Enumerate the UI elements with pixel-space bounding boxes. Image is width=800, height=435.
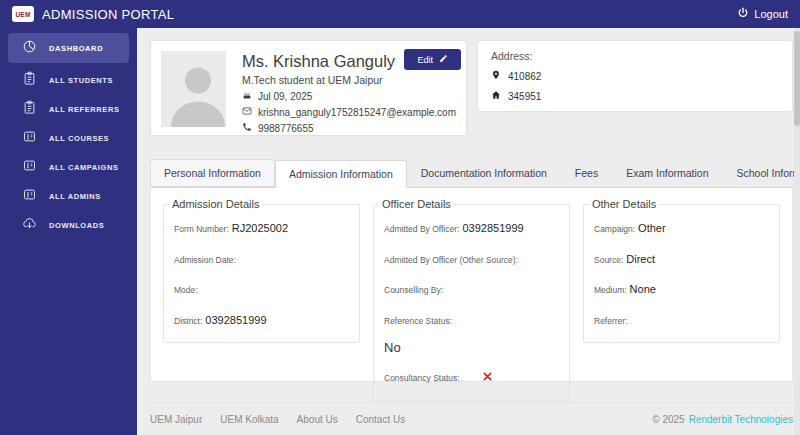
sidebar-item-all-campaigns[interactable]: ALL CAMPAIGNS <box>8 153 129 182</box>
vertical-scrollbar[interactable] <box>794 28 800 435</box>
main-content: Ms. Krishna Ganguly ♀ M.Tech student at … <box>137 28 800 435</box>
detail-row: Medium:None <box>594 279 769 297</box>
app-title: ADMISSION PORTAL <box>42 7 174 22</box>
scrollbar-thumb[interactable] <box>794 31 800 126</box>
dob-line: Jul 09, 2025 <box>242 90 456 102</box>
sidebar: DASHBOARD ALL STUDENTS ALL REFERRERS ALL… <box>0 28 137 435</box>
sidebar-item-label: ALL STUDENTS <box>49 76 113 85</box>
footer: UEM Jaipur UEM Kolkata About Us Contact … <box>150 402 793 435</box>
admission-information-panel: Admission Details Form Number:RJ2025002 … <box>150 188 793 382</box>
clipboard-icon <box>22 100 37 119</box>
footer-link-about-us[interactable]: About Us <box>297 414 338 425</box>
box-title: Admission Details <box>169 198 262 210</box>
tab-documentation-information[interactable]: Documentation Information <box>407 159 561 187</box>
location-pin-icon <box>491 70 501 82</box>
pie-chart-icon <box>22 39 37 58</box>
sidebar-item-label: DASHBOARD <box>49 44 103 53</box>
footer-link-renderbit[interactable]: Renderbit Technologies <box>689 414 793 425</box>
sidebar-item-label: ALL REFERRERS <box>49 105 120 114</box>
box-title: Officer Details <box>379 198 454 210</box>
sidebar-item-all-admins[interactable]: ALL ADMINS <box>8 182 129 211</box>
other-details-box: Other Details Campaign:Other Source:Dire… <box>583 204 780 343</box>
sidebar-item-all-students[interactable]: ALL STUDENTS <box>8 66 129 95</box>
email-value: krishna_ganguly1752815247@example.com <box>258 107 456 118</box>
id-card-icon <box>22 158 37 177</box>
footer-link-uem-jaipur[interactable]: UEM Jaipur <box>150 414 202 425</box>
copyright-text: © 2025 <box>652 414 684 425</box>
phone-value: 9988776655 <box>258 123 314 134</box>
address-title: Address: <box>491 50 779 62</box>
phone-line: 9988776655 <box>242 122 456 134</box>
tab-admission-information[interactable]: Admission Information <box>275 160 407 188</box>
admission-details-box: Admission Details Form Number:RJ2025002 … <box>163 204 360 343</box>
address-card: Address: 410862 345951 <box>477 40 793 112</box>
address-pin-line: 410862 <box>491 70 779 82</box>
clipboard-icon <box>22 71 37 90</box>
address-home-value: 345951 <box>508 91 541 102</box>
cake-icon <box>242 90 252 102</box>
sidebar-item-label: DOWNLOADS <box>49 221 104 230</box>
sidebar-item-all-courses[interactable]: ALL COURSES <box>8 124 129 153</box>
footer-link-contact-us[interactable]: Contact Us <box>356 414 405 425</box>
power-icon <box>737 5 749 23</box>
address-home-line: 345951 <box>491 90 779 102</box>
detail-row: Source:Direct <box>594 249 769 267</box>
sidebar-item-label: ALL CAMPAIGNS <box>49 163 119 172</box>
detail-row: Referrer: <box>594 310 769 328</box>
red-cross-icon <box>482 368 493 385</box>
address-pin-value: 410862 <box>508 71 541 82</box>
phone-icon <box>242 122 252 134</box>
tab-exam-information[interactable]: Exam Information <box>612 159 722 187</box>
sidebar-item-label: ALL ADMINS <box>49 192 101 201</box>
cloud-download-icon <box>22 216 37 235</box>
detail-row: Counselling By: <box>384 279 559 297</box>
sidebar-item-all-referrers[interactable]: ALL REFERRERS <box>8 95 129 124</box>
reference-status-value: No <box>384 340 559 355</box>
dob-value: Jul 09, 2025 <box>258 91 313 102</box>
officer-details-box: Officer Details Admitted By Officer:0392… <box>373 204 570 401</box>
tab-bar: Personal Information Admission Informati… <box>150 159 793 188</box>
profile-card: Ms. Krishna Ganguly ♀ M.Tech student at … <box>150 40 467 136</box>
sidebar-item-label: ALL COURSES <box>49 134 109 143</box>
detail-row: Consultancy Status: <box>384 367 559 386</box>
detail-row: Admitted By Officer (Other Source): <box>384 249 559 267</box>
tab-personal-information[interactable]: Personal Information <box>150 159 275 187</box>
id-card-icon <box>22 129 37 148</box>
student-name: Ms. Krishna Ganguly <box>242 52 395 71</box>
detail-row: Form Number:RJ2025002 <box>174 218 349 236</box>
edit-button[interactable]: Edit <box>404 49 461 70</box>
logout-label: Logout <box>754 8 788 20</box>
id-card-icon <box>22 187 37 206</box>
edit-label: Edit <box>417 55 433 65</box>
box-title: Other Details <box>589 198 659 210</box>
detail-row: District:0392851999 <box>174 310 349 328</box>
detail-row: Admitted By Officer:0392851999 <box>384 218 559 236</box>
tab-fees[interactable]: Fees <box>561 159 612 187</box>
detail-row: Mode: <box>174 279 349 297</box>
app-header: UEM ADMISSION PORTAL Logout <box>0 0 800 28</box>
detail-row: Reference Status: <box>384 310 559 328</box>
pencil-icon <box>439 54 448 65</box>
avatar <box>161 51 226 127</box>
detail-row: Admission Date: <box>174 249 349 267</box>
tab-school-information[interactable]: School Information <box>723 159 800 187</box>
home-icon <box>491 90 501 102</box>
email-line: krishna_ganguly1752815247@example.com <box>242 106 456 118</box>
uem-logo: UEM <box>12 6 34 22</box>
sidebar-item-dashboard[interactable]: DASHBOARD <box>8 33 129 63</box>
envelope-icon <box>242 106 252 118</box>
footer-link-uem-kolkata[interactable]: UEM Kolkata <box>220 414 278 425</box>
detail-row: Campaign:Other <box>594 218 769 236</box>
logout-button[interactable]: Logout <box>737 5 788 23</box>
sidebar-item-downloads[interactable]: DOWNLOADS <box>8 211 129 240</box>
student-subtitle: M.Tech student at UEM Jaipur <box>242 74 456 86</box>
